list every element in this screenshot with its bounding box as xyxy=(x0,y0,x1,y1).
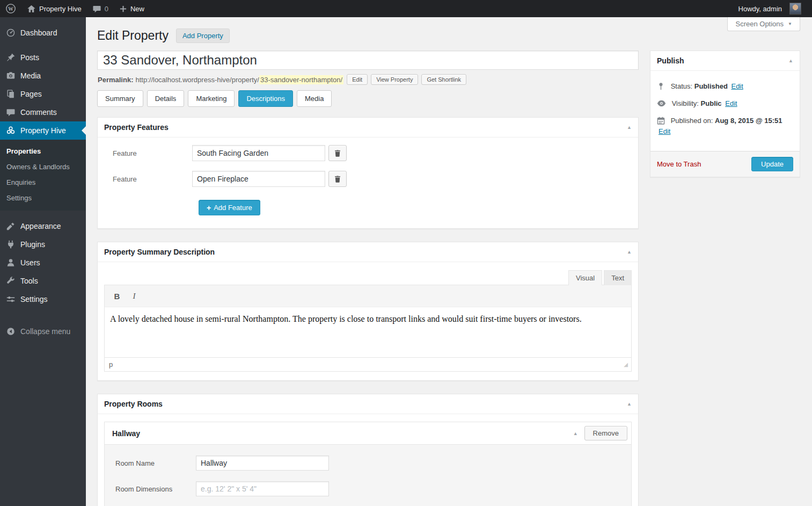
dashboard-icon xyxy=(6,28,16,38)
feature-input[interactable] xyxy=(192,171,325,187)
new-content-menu[interactable]: New xyxy=(114,0,150,17)
permalink-url-base: http://localhost.wordpress-hive/property… xyxy=(135,76,259,84)
visual-tab[interactable]: Visual xyxy=(568,270,602,285)
eye-icon xyxy=(657,99,666,107)
sidebar-item-users[interactable]: Users xyxy=(0,254,86,272)
summary-description-title: Property Summary Description xyxy=(104,248,215,256)
sidebar-item-plugins[interactable]: Plugins xyxy=(0,235,86,254)
plug-icon xyxy=(6,240,16,249)
sidebar-item-media[interactable]: Media xyxy=(0,67,86,85)
property-hive-icon xyxy=(6,126,16,135)
visibility-label: Visibility: xyxy=(672,99,699,107)
status-row: Status: Published Edit xyxy=(657,81,793,92)
comments-admin-menu[interactable]: 0 xyxy=(87,0,114,17)
view-property-button[interactable]: View Property xyxy=(371,74,418,85)
screen-options-tab[interactable]: Screen Options ▼ xyxy=(727,17,800,31)
sidebar-item-property-hive[interactable]: Property Hive xyxy=(0,121,86,140)
remove-room-button[interactable]: Remove xyxy=(584,426,627,440)
edit-published-on-link[interactable]: Edit xyxy=(659,127,670,135)
feature-input[interactable] xyxy=(192,145,325,161)
main-content: Screen Options ▼ Edit Property Add Prope… xyxy=(86,17,812,506)
sidebar-item-appearance[interactable]: Appearance xyxy=(0,217,86,235)
update-button[interactable]: Update xyxy=(751,157,793,171)
collapse-toggle-icon[interactable]: ▲ xyxy=(573,431,578,436)
tab-summary[interactable]: Summary xyxy=(97,90,143,107)
status-label: Status: xyxy=(671,82,692,90)
move-to-trash-link[interactable]: Move to Trash xyxy=(657,160,701,168)
room-name-input[interactable] xyxy=(196,456,329,471)
collapse-toggle-icon[interactable]: ▲ xyxy=(627,249,632,255)
sidebar-item-label: Posts xyxy=(20,53,39,62)
chevron-down-icon: ▼ xyxy=(788,21,792,26)
editor-statusbar: p ◢ xyxy=(105,357,631,371)
new-label: New xyxy=(130,5,144,13)
permalink-edit-button[interactable]: Edit xyxy=(347,74,368,85)
property-hive-submenu: Properties Owners & Landlords Enquiries … xyxy=(0,140,86,211)
visibility-value: Public xyxy=(701,99,722,107)
sidebar-item-label: Pages xyxy=(20,90,42,98)
resize-grip-icon[interactable]: ◢ xyxy=(624,362,628,367)
property-title-input[interactable] xyxy=(97,50,639,70)
room-dimensions-label: Room Dimensions xyxy=(105,485,196,493)
published-on-value: Aug 8, 2015 @ 15:51 xyxy=(715,117,782,125)
property-summary-description-box: Property Summary Description ▲ Visual Te… xyxy=(97,242,639,381)
sidebar-item-label: Appearance xyxy=(20,222,61,230)
published-on-row: Published on: Aug 8, 2015 @ 15:51 Edit xyxy=(657,115,793,138)
edit-status-link[interactable]: Edit xyxy=(731,82,743,90)
tab-details[interactable]: Details xyxy=(147,90,185,107)
italic-button[interactable]: I xyxy=(126,289,142,303)
sidebar-item-tools[interactable]: Tools xyxy=(0,272,86,290)
collapse-toggle-icon[interactable]: ▲ xyxy=(788,58,793,63)
property-tabs: Summary Details Marketing Descriptions M… xyxy=(97,90,639,107)
submenu-item-properties[interactable]: Properties xyxy=(0,143,86,159)
editor-mode-tabs: Visual Text xyxy=(104,270,632,285)
feature-label: Feature xyxy=(104,149,192,157)
status-value: Published xyxy=(694,82,728,90)
howdy-account-menu[interactable]: Howdy, admin xyxy=(733,0,812,17)
howdy-label: Howdy, admin xyxy=(738,5,782,13)
wordpress-logo-menu[interactable]: W xyxy=(0,0,21,17)
sidebar-item-comments[interactable]: Comments xyxy=(0,103,86,121)
sidebar-item-posts[interactable]: Posts xyxy=(0,48,86,67)
add-feature-button[interactable]: + Add Feature xyxy=(199,200,260,215)
plus-icon: + xyxy=(207,204,211,212)
permalink-slug: 33-sandover-northampton/ xyxy=(259,75,343,84)
summary-editor-content[interactable]: A lovely detached house in semi-rural No… xyxy=(105,307,631,357)
add-property-button[interactable]: Add Property xyxy=(176,28,230,43)
get-shortlink-button[interactable]: Get Shortlink xyxy=(421,74,466,85)
sidebar-item-dashboard[interactable]: Dashboard xyxy=(0,24,86,42)
delete-feature-button[interactable] xyxy=(328,145,347,161)
status-pin-icon xyxy=(657,82,665,90)
submenu-item-settings[interactable]: Settings xyxy=(0,190,86,206)
bold-button[interactable]: B xyxy=(109,289,125,303)
menu-separator xyxy=(0,211,86,217)
collapse-arrow-icon xyxy=(6,327,16,336)
settings-sliders-icon xyxy=(6,294,16,304)
permalink-row: Permalink: http://localhost.wordpress-hi… xyxy=(98,74,639,85)
comment-bubble-icon xyxy=(6,107,16,117)
wrench-icon xyxy=(6,276,16,286)
wordpress-logo-icon: W xyxy=(5,3,16,14)
delete-feature-button[interactable] xyxy=(328,171,347,187)
collapse-toggle-icon[interactable]: ▲ xyxy=(627,401,632,407)
avatar xyxy=(789,3,801,15)
user-icon xyxy=(6,258,16,268)
home-icon xyxy=(27,4,36,13)
text-tab[interactable]: Text xyxy=(604,270,632,285)
sidebar-item-settings[interactable]: Settings xyxy=(0,290,86,308)
room-dimensions-input[interactable] xyxy=(196,481,329,496)
tab-marketing[interactable]: Marketing xyxy=(188,90,235,107)
site-name-menu[interactable]: Property Hive xyxy=(21,0,87,17)
tab-descriptions[interactable]: Descriptions xyxy=(238,90,293,107)
submenu-item-owners-landlords[interactable]: Owners & Landlords xyxy=(0,159,86,175)
tab-media[interactable]: Media xyxy=(297,90,332,107)
sidebar-item-label: Tools xyxy=(20,277,38,285)
property-features-title: Property Features xyxy=(104,123,169,132)
pushpin-icon xyxy=(6,53,16,62)
submenu-item-enquiries[interactable]: Enquiries xyxy=(0,175,86,190)
edit-visibility-link[interactable]: Edit xyxy=(725,99,737,107)
screen-options-label: Screen Options xyxy=(735,20,784,28)
sidebar-item-pages[interactable]: Pages xyxy=(0,85,86,103)
collapse-toggle-icon[interactable]: ▲ xyxy=(627,125,632,130)
collapse-menu-button[interactable]: Collapse menu xyxy=(0,322,86,341)
